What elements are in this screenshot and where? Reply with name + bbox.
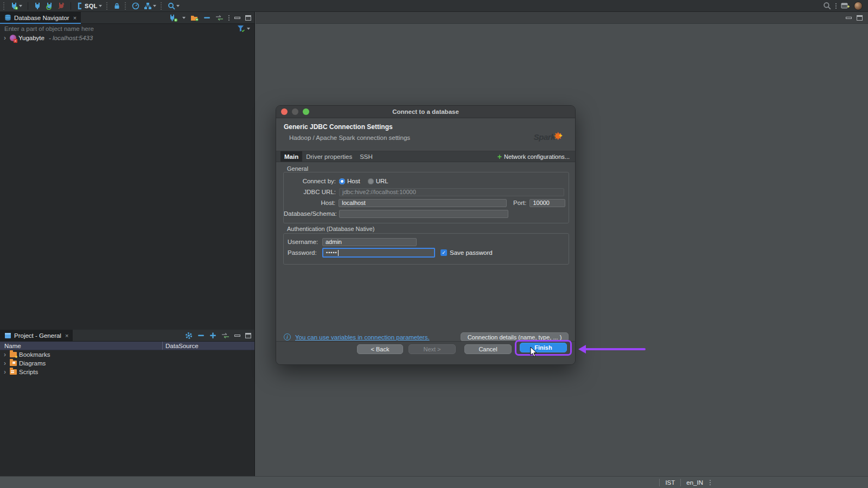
project-panel: Project - General × Name DataSource › Bo… <box>0 330 254 376</box>
reconnect-button[interactable] <box>44 2 54 10</box>
link-editor-icon[interactable] <box>215 15 224 21</box>
expand-all-icon[interactable] <box>209 332 216 339</box>
database-schema-row: Database/Schema: <box>284 208 569 219</box>
network-configurations-button[interactable]: + Network configurations... <box>497 151 575 162</box>
maximize-editor-icon[interactable] <box>857 15 863 21</box>
column-name[interactable]: Name <box>0 342 163 350</box>
connect-button[interactable] <box>33 2 42 10</box>
tab-driver-properties[interactable]: Driver properties <box>302 151 356 162</box>
finish-button[interactable]: Finish <box>520 343 567 352</box>
settings-gear-icon[interactable] <box>185 332 193 339</box>
dialog-heading: Generic JDBC Connection Settings <box>284 123 567 131</box>
expand-chevron-icon[interactable]: › <box>2 352 8 357</box>
user-avatar[interactable] <box>854 2 863 10</box>
search-metadata-button[interactable] <box>167 2 181 10</box>
minimize-panel-icon[interactable] <box>234 17 240 19</box>
collapse-all-icon[interactable] <box>197 332 205 339</box>
tab-label: Project - General <box>14 332 61 339</box>
next-button[interactable]: Next > <box>409 344 456 354</box>
chevron-down-icon <box>182 17 186 19</box>
save-password-label[interactable]: Save password <box>450 249 493 256</box>
collapse-all-icon[interactable] <box>203 14 210 21</box>
item-label: Diagrams <box>19 360 46 367</box>
new-connection-icon[interactable] <box>169 14 177 22</box>
statusbar-menu-icon[interactable] <box>710 480 711 485</box>
timezone-indicator[interactable]: IST <box>659 479 680 486</box>
sql-editor-button[interactable]: SQL <box>75 2 103 10</box>
link-editor-icon[interactable] <box>221 332 229 339</box>
close-icon[interactable]: × <box>73 15 76 21</box>
save-password-checkbox[interactable]: ✓ <box>441 249 447 256</box>
cancel-button[interactable]: Cancel <box>464 344 512 354</box>
password-row: Password: ••••• ✓ Save password <box>284 247 569 258</box>
password-field[interactable]: ••••• <box>322 248 435 258</box>
expand-chevron-icon[interactable]: › <box>2 35 8 41</box>
global-search-icon[interactable] <box>823 2 831 10</box>
column-datasource[interactable]: DataSource <box>163 343 199 349</box>
new-connection-button[interactable] <box>9 2 23 10</box>
project-tabstrip: Project - General × <box>0 330 254 342</box>
lock-button[interactable] <box>112 2 122 10</box>
new-folder-icon[interactable] <box>190 14 199 21</box>
minimize-editor-icon[interactable] <box>846 17 852 19</box>
info-icon: i <box>284 333 291 341</box>
maximize-panel-icon[interactable] <box>245 15 251 21</box>
project-item-scripts[interactable]: › Scripts <box>0 368 254 376</box>
connect-database-dialog: Connect to a database Generic JDBC Conne… <box>276 105 576 365</box>
toolbar-grip <box>106 2 109 10</box>
host-field[interactable]: localhost <box>339 199 507 207</box>
tab-project-general[interactable]: Project - General × <box>0 330 73 341</box>
tab-ssh[interactable]: SSH <box>356 151 376 162</box>
port-field[interactable]: 10000 <box>529 199 565 207</box>
database-schema-field[interactable] <box>339 210 508 218</box>
project-column-header[interactable]: Name DataSource <box>0 342 254 350</box>
chevron-down-icon <box>247 28 250 30</box>
username-field[interactable]: admin <box>322 238 417 246</box>
connection-name: Yugabyte <box>18 35 44 41</box>
tab-database-navigator[interactable]: Database Navigator × <box>0 12 81 23</box>
new-window-icon[interactable] <box>841 2 850 10</box>
dashboard-button[interactable] <box>131 2 141 10</box>
chevron-down-icon <box>99 5 102 7</box>
url-radio[interactable] <box>368 178 374 184</box>
spark-star-icon: ✸✦ <box>553 132 567 142</box>
connection-tree-item[interactable]: › Yugabyte - localhost:5433 <box>0 34 254 42</box>
maximize-panel-icon[interactable] <box>245 333 251 338</box>
connection-host-detail: - localhost:5433 <box>49 35 93 41</box>
network-icon <box>144 2 152 10</box>
gauge-icon <box>132 2 139 10</box>
jdbc-url-row: JDBC URL: jdbc:hive2://localhost:10000 <box>284 187 569 197</box>
project-item-bookmarks[interactable]: › Bookmarks <box>0 350 254 359</box>
mouse-cursor <box>530 347 539 358</box>
chevron-down-icon <box>19 5 22 7</box>
expand-chevron-icon[interactable]: › <box>2 361 8 366</box>
overflow-menu-icon[interactable] <box>835 3 837 9</box>
url-radio-label[interactable]: URL <box>376 178 388 184</box>
password-label: Password: <box>288 249 322 256</box>
lock-icon <box>113 2 120 10</box>
variables-link[interactable]: You can use variables in connection para… <box>295 334 430 341</box>
view-menu-icon[interactable] <box>228 15 229 21</box>
locale-indicator[interactable]: en_IN <box>680 479 709 486</box>
host-label: Host: <box>284 200 335 206</box>
tab-main[interactable]: Main <box>280 151 302 162</box>
main-toolbar: SQL <box>0 0 868 12</box>
username-label: Username: <box>288 239 322 245</box>
topology-button[interactable] <box>143 2 157 10</box>
host-radio-label[interactable]: Host <box>347 178 360 184</box>
toolbar-grip <box>125 2 127 10</box>
dialog-titlebar[interactable]: Connect to a database <box>276 106 575 118</box>
project-item-diagrams[interactable]: › Diagrams <box>0 359 254 368</box>
host-radio[interactable] <box>339 178 345 184</box>
project-window-icon <box>4 332 11 339</box>
back-button[interactable]: < Back <box>357 344 403 354</box>
scripts-folder-icon <box>10 369 17 375</box>
minimize-panel-icon[interactable] <box>234 335 240 337</box>
disconnect-button[interactable] <box>56 2 66 10</box>
expand-chevron-icon[interactable]: › <box>2 369 8 375</box>
object-filter-input[interactable]: Enter a part of object name here <box>4 25 94 32</box>
close-icon[interactable]: × <box>65 332 68 339</box>
authentication-fieldset: Username: admin Password: ••••• ✓ Save p… <box>283 233 569 265</box>
network-configurations-label: Network configurations... <box>504 153 570 160</box>
filter-icon[interactable] <box>237 25 245 33</box>
